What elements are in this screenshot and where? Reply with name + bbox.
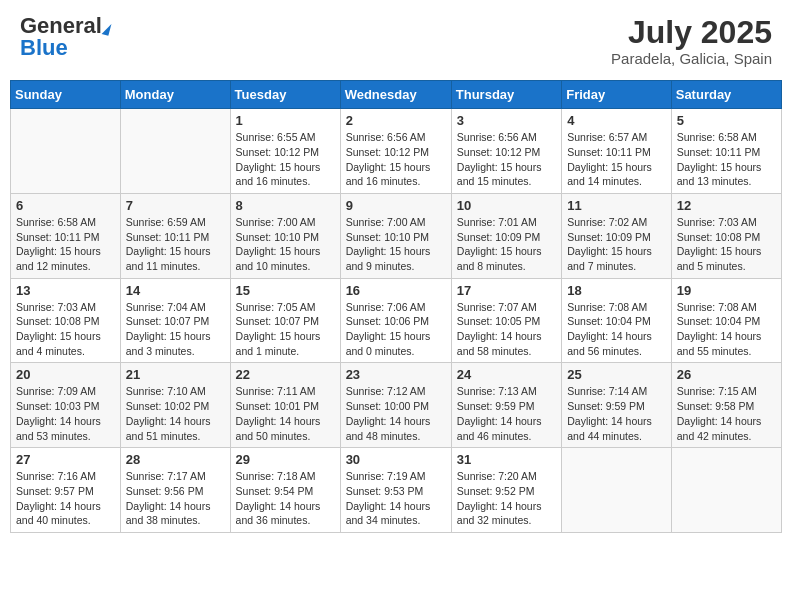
cell-content: Sunrise: 7:13 AMSunset: 9:59 PMDaylight:… xyxy=(457,384,556,443)
calendar-week-row: 27Sunrise: 7:16 AMSunset: 9:57 PMDayligh… xyxy=(11,448,782,533)
calendar-cell: 4Sunrise: 6:57 AMSunset: 10:11 PMDayligh… xyxy=(562,109,672,194)
calendar-cell: 12Sunrise: 7:03 AMSunset: 10:08 PMDaylig… xyxy=(671,193,781,278)
cell-content: Sunrise: 7:16 AMSunset: 9:57 PMDaylight:… xyxy=(16,469,115,528)
cell-content: Sunrise: 7:10 AMSunset: 10:02 PMDaylight… xyxy=(126,384,225,443)
calendar-cell: 14Sunrise: 7:04 AMSunset: 10:07 PMDaylig… xyxy=(120,278,230,363)
day-number: 20 xyxy=(16,367,115,382)
calendar-cell: 5Sunrise: 6:58 AMSunset: 10:11 PMDayligh… xyxy=(671,109,781,194)
calendar-week-row: 20Sunrise: 7:09 AMSunset: 10:03 PMDaylig… xyxy=(11,363,782,448)
cell-content: Sunrise: 7:03 AMSunset: 10:08 PMDaylight… xyxy=(16,300,115,359)
cell-content: Sunrise: 7:06 AMSunset: 10:06 PMDaylight… xyxy=(346,300,446,359)
page-header: General Blue July 2025 Paradela, Galicia… xyxy=(10,10,782,72)
day-number: 27 xyxy=(16,452,115,467)
day-number: 16 xyxy=(346,283,446,298)
cell-content: Sunrise: 6:56 AMSunset: 10:12 PMDaylight… xyxy=(346,130,446,189)
cell-content: Sunrise: 7:01 AMSunset: 10:09 PMDaylight… xyxy=(457,215,556,274)
calendar-week-row: 6Sunrise: 6:58 AMSunset: 10:11 PMDayligh… xyxy=(11,193,782,278)
day-number: 18 xyxy=(567,283,666,298)
calendar-cell: 15Sunrise: 7:05 AMSunset: 10:07 PMDaylig… xyxy=(230,278,340,363)
calendar-week-row: 1Sunrise: 6:55 AMSunset: 10:12 PMDayligh… xyxy=(11,109,782,194)
day-number: 19 xyxy=(677,283,776,298)
day-number: 6 xyxy=(16,198,115,213)
day-number: 15 xyxy=(236,283,335,298)
cell-content: Sunrise: 7:02 AMSunset: 10:09 PMDaylight… xyxy=(567,215,666,274)
calendar-cell: 27Sunrise: 7:16 AMSunset: 9:57 PMDayligh… xyxy=(11,448,121,533)
cell-content: Sunrise: 6:58 AMSunset: 10:11 PMDaylight… xyxy=(16,215,115,274)
calendar-cell: 28Sunrise: 7:17 AMSunset: 9:56 PMDayligh… xyxy=(120,448,230,533)
day-number: 11 xyxy=(567,198,666,213)
calendar-cell: 30Sunrise: 7:19 AMSunset: 9:53 PMDayligh… xyxy=(340,448,451,533)
column-header-monday: Monday xyxy=(120,81,230,109)
cell-content: Sunrise: 6:56 AMSunset: 10:12 PMDaylight… xyxy=(457,130,556,189)
calendar-cell: 16Sunrise: 7:06 AMSunset: 10:06 PMDaylig… xyxy=(340,278,451,363)
day-number: 10 xyxy=(457,198,556,213)
cell-content: Sunrise: 7:03 AMSunset: 10:08 PMDaylight… xyxy=(677,215,776,274)
cell-content: Sunrise: 7:07 AMSunset: 10:05 PMDaylight… xyxy=(457,300,556,359)
calendar-cell: 10Sunrise: 7:01 AMSunset: 10:09 PMDaylig… xyxy=(451,193,561,278)
day-number: 13 xyxy=(16,283,115,298)
calendar-cell xyxy=(11,109,121,194)
column-header-thursday: Thursday xyxy=(451,81,561,109)
day-number: 21 xyxy=(126,367,225,382)
cell-content: Sunrise: 7:19 AMSunset: 9:53 PMDaylight:… xyxy=(346,469,446,528)
column-header-wednesday: Wednesday xyxy=(340,81,451,109)
day-number: 22 xyxy=(236,367,335,382)
day-number: 26 xyxy=(677,367,776,382)
calendar-cell: 17Sunrise: 7:07 AMSunset: 10:05 PMDaylig… xyxy=(451,278,561,363)
logo-blue: Blue xyxy=(20,35,68,60)
cell-content: Sunrise: 7:20 AMSunset: 9:52 PMDaylight:… xyxy=(457,469,556,528)
calendar-cell: 26Sunrise: 7:15 AMSunset: 9:58 PMDayligh… xyxy=(671,363,781,448)
day-number: 3 xyxy=(457,113,556,128)
day-number: 24 xyxy=(457,367,556,382)
calendar-cell: 7Sunrise: 6:59 AMSunset: 10:11 PMDayligh… xyxy=(120,193,230,278)
calendar-cell: 1Sunrise: 6:55 AMSunset: 10:12 PMDayligh… xyxy=(230,109,340,194)
cell-content: Sunrise: 7:05 AMSunset: 10:07 PMDaylight… xyxy=(236,300,335,359)
day-number: 4 xyxy=(567,113,666,128)
day-number: 29 xyxy=(236,452,335,467)
day-number: 23 xyxy=(346,367,446,382)
logo-blue-text: Blue xyxy=(20,37,68,59)
calendar-cell: 20Sunrise: 7:09 AMSunset: 10:03 PMDaylig… xyxy=(11,363,121,448)
cell-content: Sunrise: 6:57 AMSunset: 10:11 PMDaylight… xyxy=(567,130,666,189)
calendar-cell: 9Sunrise: 7:00 AMSunset: 10:10 PMDayligh… xyxy=(340,193,451,278)
column-header-friday: Friday xyxy=(562,81,672,109)
calendar-cell xyxy=(562,448,672,533)
day-number: 25 xyxy=(567,367,666,382)
calendar-header-row: SundayMondayTuesdayWednesdayThursdayFrid… xyxy=(11,81,782,109)
day-number: 14 xyxy=(126,283,225,298)
column-header-saturday: Saturday xyxy=(671,81,781,109)
cell-content: Sunrise: 7:15 AMSunset: 9:58 PMDaylight:… xyxy=(677,384,776,443)
calendar-cell: 18Sunrise: 7:08 AMSunset: 10:04 PMDaylig… xyxy=(562,278,672,363)
calendar-cell: 13Sunrise: 7:03 AMSunset: 10:08 PMDaylig… xyxy=(11,278,121,363)
header-right: July 2025 Paradela, Galicia, Spain xyxy=(611,15,772,67)
day-number: 17 xyxy=(457,283,556,298)
cell-content: Sunrise: 7:17 AMSunset: 9:56 PMDaylight:… xyxy=(126,469,225,528)
calendar-cell: 6Sunrise: 6:58 AMSunset: 10:11 PMDayligh… xyxy=(11,193,121,278)
calendar-cell xyxy=(671,448,781,533)
day-number: 2 xyxy=(346,113,446,128)
cell-content: Sunrise: 7:11 AMSunset: 10:01 PMDaylight… xyxy=(236,384,335,443)
calendar-cell: 25Sunrise: 7:14 AMSunset: 9:59 PMDayligh… xyxy=(562,363,672,448)
cell-content: Sunrise: 7:08 AMSunset: 10:04 PMDaylight… xyxy=(677,300,776,359)
calendar-cell: 29Sunrise: 7:18 AMSunset: 9:54 PMDayligh… xyxy=(230,448,340,533)
cell-content: Sunrise: 7:14 AMSunset: 9:59 PMDaylight:… xyxy=(567,384,666,443)
calendar-cell: 2Sunrise: 6:56 AMSunset: 10:12 PMDayligh… xyxy=(340,109,451,194)
day-number: 1 xyxy=(236,113,335,128)
logo-text: General xyxy=(20,15,110,37)
cell-content: Sunrise: 7:00 AMSunset: 10:10 PMDaylight… xyxy=(236,215,335,274)
month-title: July 2025 xyxy=(611,15,772,50)
column-header-tuesday: Tuesday xyxy=(230,81,340,109)
cell-content: Sunrise: 6:55 AMSunset: 10:12 PMDaylight… xyxy=(236,130,335,189)
day-number: 30 xyxy=(346,452,446,467)
calendar-cell: 3Sunrise: 6:56 AMSunset: 10:12 PMDayligh… xyxy=(451,109,561,194)
day-number: 8 xyxy=(236,198,335,213)
cell-content: Sunrise: 7:12 AMSunset: 10:00 PMDaylight… xyxy=(346,384,446,443)
calendar-table: SundayMondayTuesdayWednesdayThursdayFrid… xyxy=(10,80,782,533)
cell-content: Sunrise: 7:09 AMSunset: 10:03 PMDaylight… xyxy=(16,384,115,443)
cell-content: Sunrise: 6:59 AMSunset: 10:11 PMDaylight… xyxy=(126,215,225,274)
day-number: 7 xyxy=(126,198,225,213)
calendar-cell xyxy=(120,109,230,194)
calendar-cell: 31Sunrise: 7:20 AMSunset: 9:52 PMDayligh… xyxy=(451,448,561,533)
location: Paradela, Galicia, Spain xyxy=(611,50,772,67)
column-header-sunday: Sunday xyxy=(11,81,121,109)
